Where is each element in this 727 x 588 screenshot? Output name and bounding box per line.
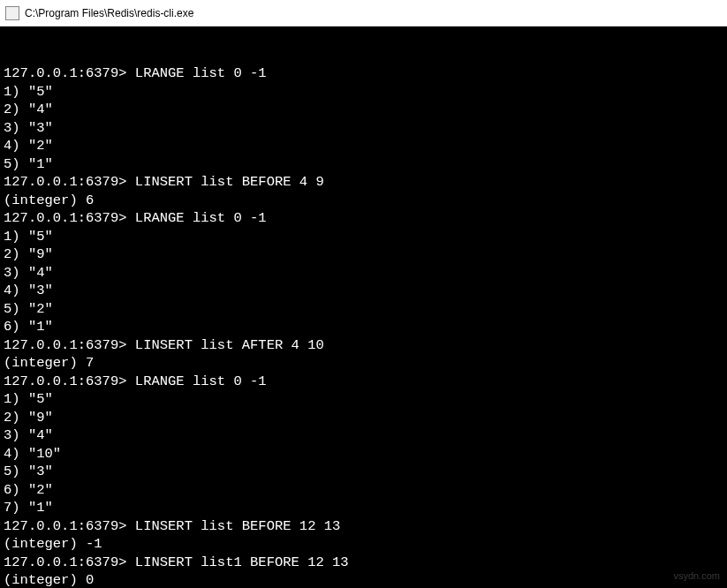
terminal-output-line: 1) "5" <box>4 83 723 102</box>
terminal-output-line: 3) "4" <box>4 426 723 445</box>
terminal-output-line: 4) "3" <box>4 282 723 300</box>
terminal-command-line: 127.0.0.1:6379> LINSERT list AFTER 4 10 <box>4 336 723 355</box>
terminal-output-line: 3) "4" <box>4 264 723 283</box>
terminal-output-line: 2) "9" <box>4 245 723 264</box>
terminal-output[interactable]: 127.0.0.1:6379> LRANGE list 0 -11) "5"2)… <box>0 26 727 588</box>
terminal-command-line: 127.0.0.1:6379> LRANGE list 0 -1 <box>4 373 723 391</box>
terminal-output-line: (integer) 6 <box>4 192 723 210</box>
terminal-command-line: 127.0.0.1:6379> LINSERT list BEFORE 4 9 <box>4 173 723 192</box>
terminal-output-line: 5) "1" <box>4 155 723 174</box>
terminal-output-line: 5) "2" <box>4 300 723 319</box>
terminal-output-line: 3) "3" <box>4 119 723 138</box>
terminal-output-line: (integer) 7 <box>4 354 723 373</box>
terminal-output-line: 5) "3" <box>4 463 723 481</box>
window-title-bar: C:\Program Files\Redis\redis-cli.exe <box>0 0 727 26</box>
terminal-output-line: (integer) -1 <box>4 535 723 554</box>
terminal-output-line: 6) "2" <box>4 481 723 500</box>
watermark: vsydn.com <box>673 567 720 585</box>
terminal-output-line: 1) "5" <box>4 390 723 409</box>
terminal-output-line: 4) "10" <box>4 445 723 464</box>
terminal-output-line: 2) "9" <box>4 409 723 427</box>
terminal-output-line: 7) "1" <box>4 499 723 517</box>
terminal-command-line: 127.0.0.1:6379> LRANGE list 0 -1 <box>4 209 723 228</box>
window-title: C:\Program Files\Redis\redis-cli.exe <box>25 7 193 19</box>
app-icon <box>5 6 19 20</box>
terminal-output-line: 2) "4" <box>4 101 723 119</box>
terminal-command-line: 127.0.0.1:6379> LINSERT list BEFORE 12 1… <box>4 517 723 536</box>
terminal-command-line: 127.0.0.1:6379> LRANGE list 0 -1 <box>4 64 723 83</box>
terminal-output-line: 4) "2" <box>4 137 723 155</box>
terminal-output-line: (integer) 0 <box>4 571 723 588</box>
terminal-output-line: 6) "1" <box>4 318 723 336</box>
terminal-output-line: 1) "5" <box>4 228 723 246</box>
terminal-command-line: 127.0.0.1:6379> LINSERT list1 BEFORE 12 … <box>4 554 723 572</box>
